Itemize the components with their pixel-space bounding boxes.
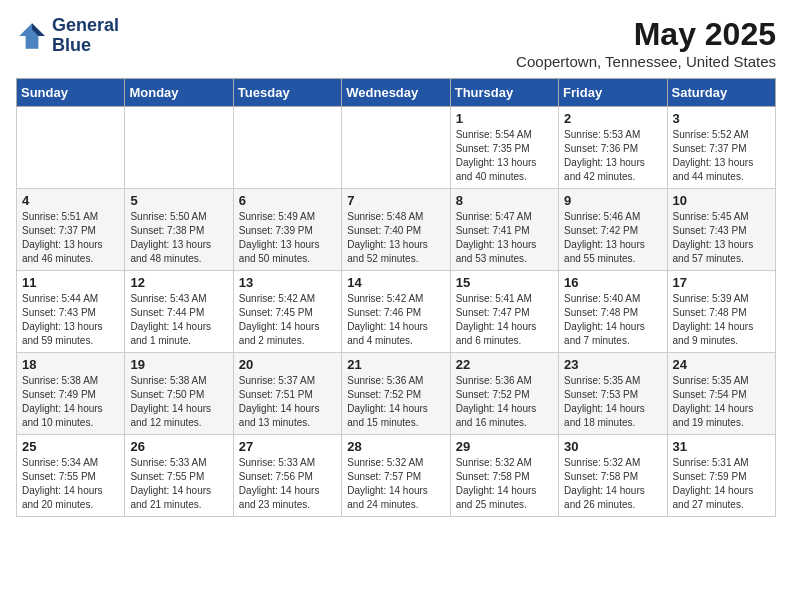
day-cell-5: 5 Sunrise: 5:50 AMSunset: 7:38 PMDayligh… [125,189,233,271]
day-number: 29 [456,439,553,454]
day-info: Sunrise: 5:42 AMSunset: 7:46 PMDaylight:… [347,293,428,346]
month-title: May 2025 [516,16,776,53]
day-cell-20: 20 Sunrise: 5:37 AMSunset: 7:51 PMDaylig… [233,353,341,435]
day-number: 5 [130,193,227,208]
day-info: Sunrise: 5:51 AMSunset: 7:37 PMDaylight:… [22,211,103,264]
day-cell-16: 16 Sunrise: 5:40 AMSunset: 7:48 PMDaylig… [559,271,667,353]
day-cell-9: 9 Sunrise: 5:46 AMSunset: 7:42 PMDayligh… [559,189,667,271]
calendar-table: SundayMondayTuesdayWednesdayThursdayFrid… [16,78,776,517]
day-number: 23 [564,357,661,372]
day-number: 26 [130,439,227,454]
day-info: Sunrise: 5:39 AMSunset: 7:48 PMDaylight:… [673,293,754,346]
day-number: 1 [456,111,553,126]
day-cell-15: 15 Sunrise: 5:41 AMSunset: 7:47 PMDaylig… [450,271,558,353]
title-block: May 2025 Coopertown, Tennessee, United S… [516,16,776,70]
header-day-wednesday: Wednesday [342,79,450,107]
day-number: 27 [239,439,336,454]
day-number: 4 [22,193,119,208]
calendar-header: SundayMondayTuesdayWednesdayThursdayFrid… [17,79,776,107]
day-cell-3: 3 Sunrise: 5:52 AMSunset: 7:37 PMDayligh… [667,107,775,189]
day-info: Sunrise: 5:49 AMSunset: 7:39 PMDaylight:… [239,211,320,264]
day-cell-11: 11 Sunrise: 5:44 AMSunset: 7:43 PMDaylig… [17,271,125,353]
header-row: SundayMondayTuesdayWednesdayThursdayFrid… [17,79,776,107]
day-cell-29: 29 Sunrise: 5:32 AMSunset: 7:58 PMDaylig… [450,435,558,517]
day-cell-18: 18 Sunrise: 5:38 AMSunset: 7:49 PMDaylig… [17,353,125,435]
day-cell-17: 17 Sunrise: 5:39 AMSunset: 7:48 PMDaylig… [667,271,775,353]
header-day-monday: Monday [125,79,233,107]
header-day-friday: Friday [559,79,667,107]
day-cell-8: 8 Sunrise: 5:47 AMSunset: 7:41 PMDayligh… [450,189,558,271]
day-number: 2 [564,111,661,126]
day-info: Sunrise: 5:45 AMSunset: 7:43 PMDaylight:… [673,211,754,264]
day-number: 14 [347,275,444,290]
day-info: Sunrise: 5:42 AMSunset: 7:45 PMDaylight:… [239,293,320,346]
day-cell-2: 2 Sunrise: 5:53 AMSunset: 7:36 PMDayligh… [559,107,667,189]
day-info: Sunrise: 5:32 AMSunset: 7:58 PMDaylight:… [564,457,645,510]
week-row-5: 25 Sunrise: 5:34 AMSunset: 7:55 PMDaylig… [17,435,776,517]
day-cell-31: 31 Sunrise: 5:31 AMSunset: 7:59 PMDaylig… [667,435,775,517]
week-row-3: 11 Sunrise: 5:44 AMSunset: 7:43 PMDaylig… [17,271,776,353]
day-info: Sunrise: 5:48 AMSunset: 7:40 PMDaylight:… [347,211,428,264]
location-title: Coopertown, Tennessee, United States [516,53,776,70]
day-cell-1: 1 Sunrise: 5:54 AMSunset: 7:35 PMDayligh… [450,107,558,189]
day-number: 12 [130,275,227,290]
week-row-4: 18 Sunrise: 5:38 AMSunset: 7:49 PMDaylig… [17,353,776,435]
day-number: 8 [456,193,553,208]
day-info: Sunrise: 5:31 AMSunset: 7:59 PMDaylight:… [673,457,754,510]
day-info: Sunrise: 5:52 AMSunset: 7:37 PMDaylight:… [673,129,754,182]
day-number: 30 [564,439,661,454]
day-number: 15 [456,275,553,290]
day-cell-23: 23 Sunrise: 5:35 AMSunset: 7:53 PMDaylig… [559,353,667,435]
day-cell-19: 19 Sunrise: 5:38 AMSunset: 7:50 PMDaylig… [125,353,233,435]
day-cell-13: 13 Sunrise: 5:42 AMSunset: 7:45 PMDaylig… [233,271,341,353]
day-number: 22 [456,357,553,372]
day-cell-6: 6 Sunrise: 5:49 AMSunset: 7:39 PMDayligh… [233,189,341,271]
day-info: Sunrise: 5:50 AMSunset: 7:38 PMDaylight:… [130,211,211,264]
day-number: 20 [239,357,336,372]
logo-text: General Blue [52,16,119,56]
day-info: Sunrise: 5:37 AMSunset: 7:51 PMDaylight:… [239,375,320,428]
day-number: 21 [347,357,444,372]
day-cell-25: 25 Sunrise: 5:34 AMSunset: 7:55 PMDaylig… [17,435,125,517]
day-info: Sunrise: 5:47 AMSunset: 7:41 PMDaylight:… [456,211,537,264]
day-number: 18 [22,357,119,372]
day-info: Sunrise: 5:43 AMSunset: 7:44 PMDaylight:… [130,293,211,346]
logo-icon [16,20,48,52]
day-cell-22: 22 Sunrise: 5:36 AMSunset: 7:52 PMDaylig… [450,353,558,435]
empty-cell [17,107,125,189]
day-cell-30: 30 Sunrise: 5:32 AMSunset: 7:58 PMDaylig… [559,435,667,517]
day-info: Sunrise: 5:54 AMSunset: 7:35 PMDaylight:… [456,129,537,182]
day-info: Sunrise: 5:35 AMSunset: 7:54 PMDaylight:… [673,375,754,428]
day-info: Sunrise: 5:40 AMSunset: 7:48 PMDaylight:… [564,293,645,346]
header-day-tuesday: Tuesday [233,79,341,107]
day-info: Sunrise: 5:36 AMSunset: 7:52 PMDaylight:… [456,375,537,428]
day-cell-24: 24 Sunrise: 5:35 AMSunset: 7:54 PMDaylig… [667,353,775,435]
day-info: Sunrise: 5:36 AMSunset: 7:52 PMDaylight:… [347,375,428,428]
day-info: Sunrise: 5:32 AMSunset: 7:57 PMDaylight:… [347,457,428,510]
week-row-1: 1 Sunrise: 5:54 AMSunset: 7:35 PMDayligh… [17,107,776,189]
header-day-saturday: Saturday [667,79,775,107]
day-info: Sunrise: 5:35 AMSunset: 7:53 PMDaylight:… [564,375,645,428]
day-info: Sunrise: 5:44 AMSunset: 7:43 PMDaylight:… [22,293,103,346]
week-row-2: 4 Sunrise: 5:51 AMSunset: 7:37 PMDayligh… [17,189,776,271]
day-cell-14: 14 Sunrise: 5:42 AMSunset: 7:46 PMDaylig… [342,271,450,353]
day-info: Sunrise: 5:33 AMSunset: 7:55 PMDaylight:… [130,457,211,510]
day-number: 11 [22,275,119,290]
day-number: 3 [673,111,770,126]
empty-cell [125,107,233,189]
header-day-thursday: Thursday [450,79,558,107]
day-cell-7: 7 Sunrise: 5:48 AMSunset: 7:40 PMDayligh… [342,189,450,271]
day-info: Sunrise: 5:33 AMSunset: 7:56 PMDaylight:… [239,457,320,510]
empty-cell [233,107,341,189]
day-cell-26: 26 Sunrise: 5:33 AMSunset: 7:55 PMDaylig… [125,435,233,517]
day-number: 16 [564,275,661,290]
day-info: Sunrise: 5:41 AMSunset: 7:47 PMDaylight:… [456,293,537,346]
day-cell-27: 27 Sunrise: 5:33 AMSunset: 7:56 PMDaylig… [233,435,341,517]
logo: General Blue [16,16,119,56]
day-number: 19 [130,357,227,372]
day-info: Sunrise: 5:53 AMSunset: 7:36 PMDaylight:… [564,129,645,182]
day-number: 13 [239,275,336,290]
day-cell-10: 10 Sunrise: 5:45 AMSunset: 7:43 PMDaylig… [667,189,775,271]
day-number: 24 [673,357,770,372]
header-day-sunday: Sunday [17,79,125,107]
